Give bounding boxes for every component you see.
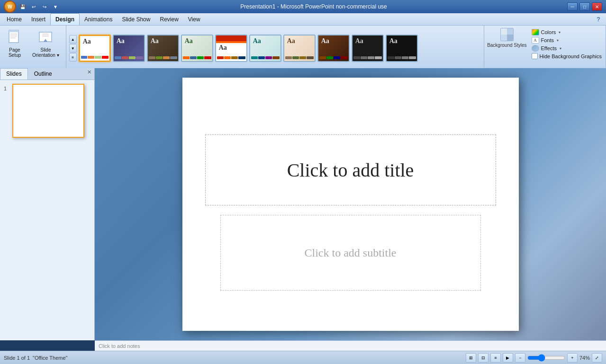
slide-title-text[interactable]: Click to add title (287, 159, 414, 181)
slide-title-box[interactable]: Click to add title (205, 134, 496, 205)
slideshow-view-button[interactable]: ▶ (503, 353, 513, 363)
page-setup-label: PageSetup (9, 47, 21, 58)
theme-3[interactable]: Aa (147, 35, 179, 62)
title-bar-left: W 💾 ↩ ↪ ▼ (4, 0, 60, 13)
window-controls: ─ □ ✕ (567, 2, 602, 11)
fonts-icon: A (532, 37, 539, 44)
hide-background-checkbox[interactable]: Hide Background Graphics (531, 53, 603, 60)
effects-button[interactable]: Effects ▾ (531, 44, 603, 52)
office-button[interactable]: W (4, 0, 16, 13)
effects-arrow: ▾ (560, 46, 561, 51)
page-setup-icon (7, 29, 22, 46)
theme-name: "Office Theme" (33, 355, 67, 361)
fit-slide-button[interactable]: ⤢ (592, 353, 602, 363)
theme-8[interactable]: Aa (317, 35, 350, 62)
theme-7[interactable]: Aa (283, 35, 316, 62)
tab-slides[interactable]: Slides (0, 68, 28, 80)
background-styles-button[interactable] (499, 27, 515, 42)
window-title: Presentation1 - Microsoft PowerPoint non… (60, 3, 567, 10)
panel-close-button[interactable]: ✕ (84, 68, 94, 80)
status-right: ⊞ ⊟ ≡ ▶ − + 74% ⤢ (466, 353, 602, 363)
theme-default[interactable]: Aa (79, 35, 111, 62)
svg-rect-1 (9, 30, 18, 32)
colors-icon (532, 29, 539, 36)
title-bar: W 💾 ↩ ↪ ▼ Presentation1 - Microsoft Powe… (0, 0, 606, 13)
themes-inner: ▲ ▼ ≡ Aa Aa (68, 26, 482, 70)
theme-5[interactable]: Aa (215, 35, 247, 62)
slide-orientation-icon (38, 29, 53, 46)
slides-list: 1 (0, 80, 94, 340)
themes-scroll-up[interactable]: ▲ (69, 35, 77, 44)
slide-count: Slide 1 of 1 (4, 355, 30, 361)
reading-view-button[interactable]: ≡ (490, 353, 501, 363)
zoom-slider[interactable] (527, 354, 565, 362)
hide-background-checkbox-box (532, 53, 538, 59)
slide-subtitle-box[interactable]: Click to add subtitle (220, 215, 481, 291)
menu-animations[interactable]: Animations (80, 13, 117, 25)
zoom-minus-button[interactable]: − (515, 353, 525, 363)
menu-view[interactable]: View (183, 13, 205, 25)
theme-9[interactable]: Aa (352, 35, 384, 62)
effects-icon (532, 45, 539, 52)
slide-orientation-button[interactable]: SlideOrientation ▾ (28, 27, 63, 60)
menu-help[interactable]: ? (593, 13, 604, 25)
undo-quick-btn[interactable]: ↩ (29, 2, 38, 11)
colors-arrow: ▾ (559, 30, 561, 35)
main-slide-area[interactable]: Click to add title Click to add subtitle (95, 68, 606, 340)
slide-sorter-button[interactable]: ⊟ (478, 353, 488, 363)
theme-6[interactable]: Aa (249, 35, 281, 62)
effects-label: Effects (541, 45, 557, 51)
panel-tabs: Slides Outline ✕ (0, 68, 94, 80)
tab-outline[interactable]: Outline (28, 68, 58, 80)
background-inner: Background Styles Colors ▾ A Fonts (486, 26, 604, 68)
theme-10[interactable]: Aa (386, 35, 418, 62)
slide-thumbnail-1[interactable] (12, 84, 84, 138)
background-styles-label[interactable]: Background Styles (487, 43, 526, 48)
slide-canvas[interactable]: Click to add title Click to add subtitle (182, 78, 519, 331)
colors-button[interactable]: Colors ▾ (531, 28, 603, 36)
menu-bar: Home Insert Design Animations Slide Show… (0, 13, 606, 26)
notes-area[interactable]: Click to add notes (95, 340, 606, 351)
save-quick-btn[interactable]: 💾 (18, 2, 27, 11)
themes-scroll-down[interactable]: ▼ (69, 44, 77, 53)
menu-review[interactable]: Review (155, 13, 183, 25)
left-panel: Slides Outline ✕ 1 (0, 68, 95, 340)
slide-subtitle-text[interactable]: Click to add subtitle (305, 247, 397, 259)
zoom-level: 74% (579, 355, 590, 361)
slide-number-1: 1 (4, 84, 9, 91)
minimize-button[interactable]: ─ (567, 2, 578, 11)
status-left: Slide 1 of 1 "Office Theme" (4, 355, 67, 361)
hide-background-label: Hide Background Graphics (540, 53, 602, 59)
themes-expand[interactable]: ≡ (69, 53, 77, 62)
page-setup-buttons: PageSetup SlideOrientation ▾ (2, 26, 64, 70)
menu-design[interactable]: Design (50, 13, 80, 25)
slide-orientation-label: SlideOrientation ▾ (32, 47, 59, 58)
theme-2[interactable]: Aa (113, 35, 145, 62)
theme-4[interactable]: Aa (181, 35, 213, 62)
fonts-button[interactable]: A Fonts ▾ (531, 36, 603, 44)
page-setup-button[interactable]: PageSetup (3, 27, 27, 60)
background-styles-icon (500, 28, 514, 41)
maximize-button[interactable]: □ (579, 2, 590, 11)
zoom-plus-button[interactable]: + (567, 353, 578, 363)
colors-label: Colors (541, 29, 556, 35)
quick-access-dropdown[interactable]: ▼ (51, 2, 60, 11)
fonts-arrow: ▾ (557, 38, 559, 43)
menu-home[interactable]: Home (2, 13, 27, 25)
menu-slideshow[interactable]: Slide Show (117, 13, 155, 25)
notes-placeholder[interactable]: Click to add notes (99, 343, 140, 349)
close-button[interactable]: ✕ (592, 2, 602, 11)
slide-item-1[interactable]: 1 (4, 84, 90, 138)
fonts-label: Fonts (541, 37, 554, 43)
redo-quick-btn[interactable]: ↪ (40, 2, 49, 11)
normal-view-button[interactable]: ⊞ (466, 353, 476, 363)
menu-insert[interactable]: Insert (27, 13, 50, 25)
status-bar: Slide 1 of 1 "Office Theme" ⊞ ⊟ ≡ ▶ − + … (0, 351, 606, 364)
quick-access-toolbar: 💾 ↩ ↪ ▼ (18, 2, 60, 11)
